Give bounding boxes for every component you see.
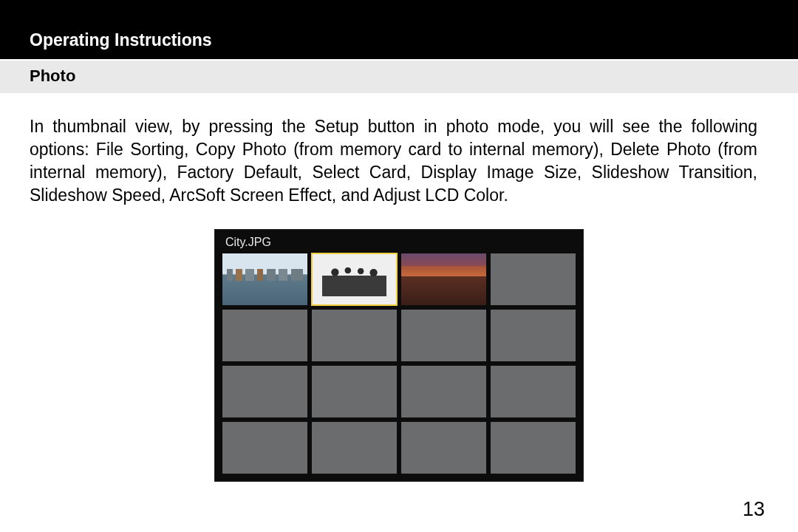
- thumbnail-cell[interactable]: [491, 310, 576, 361]
- thumbnail-cell[interactable]: [401, 422, 486, 474]
- thumbnail-cell[interactable]: [491, 366, 576, 417]
- thumbnail-cell[interactable]: [222, 422, 307, 474]
- thumbnail-cell[interactable]: [401, 310, 486, 361]
- figure-wrap: City.JPG: [0, 229, 798, 482]
- thumbnail-cell[interactable]: [401, 253, 486, 305]
- thumbnail-cell[interactable]: [222, 366, 307, 417]
- header-title: Operating Instructions: [30, 30, 212, 50]
- page-number: 13: [743, 498, 765, 521]
- thumbnail-cell[interactable]: [222, 253, 307, 305]
- thumbnail-cell[interactable]: [491, 253, 576, 305]
- thumbnail-grid: [222, 253, 576, 474]
- thumbnail-cell[interactable]: [312, 366, 397, 417]
- header-band: Operating Instructions: [0, 0, 798, 59]
- thumbnail-cell[interactable]: [312, 253, 397, 305]
- thumbnail-cell[interactable]: [312, 422, 397, 474]
- thumbnail-cell[interactable]: [312, 310, 397, 361]
- thumbnail-cell[interactable]: [222, 310, 307, 361]
- photo-frame-screenshot: City.JPG: [214, 229, 584, 482]
- section-band: Photo: [0, 59, 798, 93]
- thumbnail-cell[interactable]: [401, 366, 486, 417]
- section-title: Photo: [30, 66, 75, 85]
- current-filename: City.JPG: [222, 234, 576, 253]
- body-paragraph: In thumbnail view, by pressing the Setup…: [0, 93, 798, 207]
- thumbnail-cell[interactable]: [491, 422, 576, 474]
